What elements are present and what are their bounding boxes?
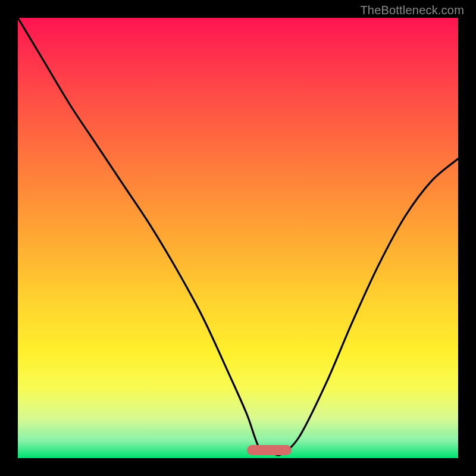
optimal-region-marker (247, 445, 292, 455)
bottleneck-curve (18, 18, 458, 458)
curve-path (18, 18, 458, 455)
chart-frame: TheBottleneck.com (0, 0, 476, 476)
plot-area (18, 18, 458, 458)
watermark-label: TheBottleneck.com (360, 4, 464, 17)
